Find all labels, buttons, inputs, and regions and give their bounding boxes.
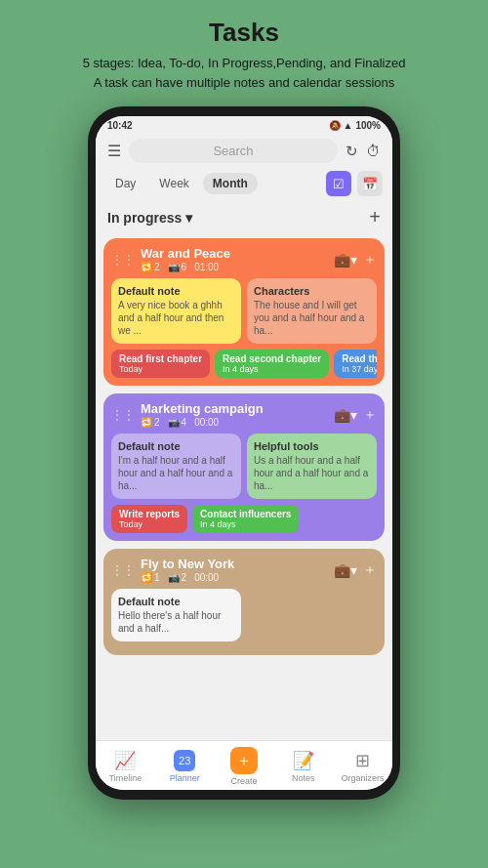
notes-count: 🔁 2 — [141, 417, 160, 428]
task-briefcase-icon[interactable]: 💼▾ — [334, 562, 357, 578]
note-title: Default note — [118, 596, 234, 607]
drag-handle[interactable]: ⋮⋮ — [111, 563, 135, 577]
session-chip-3[interactable]: Read th... In 37 day... — [334, 350, 377, 378]
nav-notes[interactable]: 📝 Notes — [279, 750, 328, 783]
phone-inner: 10:42 🔕 ▲ 100% ☰ Search ↻ ⏱ Day We — [96, 116, 392, 790]
section-add-button[interactable]: + — [369, 206, 381, 228]
page-subtitle: 5 stages: Idea, To-do, In Progress,Pendi… — [83, 54, 406, 92]
task-meta: 🔁 1 📷 2 00:00 — [141, 572, 234, 583]
note-text: I'm a half hour and a half hour and a ha… — [118, 454, 234, 492]
task-title-row: ⋮⋮ Fly to New York 🔁 1 📷 2 00:00 — [111, 557, 234, 583]
checklist-icon[interactable]: ☑ — [326, 171, 351, 196]
drag-handle[interactable]: ⋮⋮ — [111, 408, 135, 422]
session-chip-1[interactable]: Write reports Today — [111, 505, 187, 533]
session-chip-2[interactable]: Contact influencers In 4 days — [192, 505, 299, 533]
page-header: Tasks 5 stages: Idea, To-do, In Progress… — [63, 0, 426, 102]
task-actions: 💼▾ ＋ — [334, 251, 377, 269]
top-bar: ☰ Search ↻ ⏱ — [96, 135, 392, 167]
task-name: Fly to New York — [141, 557, 234, 571]
note-card-characters[interactable]: Characters The house and I will get you … — [247, 278, 377, 344]
session-chip-2[interactable]: Read second chapter In 4 days — [215, 350, 329, 378]
notes-icon: 📝 — [293, 750, 314, 771]
task-briefcase-icon[interactable]: 💼▾ — [334, 407, 357, 423]
note-title: Default note — [118, 285, 234, 297]
task-card-header: ⋮⋮ Fly to New York 🔁 1 📷 2 00:00 💼▾ — [111, 557, 377, 583]
search-placeholder: Search — [213, 144, 253, 158]
note-card-tools[interactable]: Helpful tools Us a half hour and a half … — [247, 434, 377, 499]
refresh-icon[interactable]: ↻ — [346, 143, 358, 160]
organizers-icon: ⊞ — [355, 750, 370, 771]
status-right: 🔕 ▲ 100% — [329, 120, 381, 131]
task-meta: 🔁 2 📷 4 00:00 — [141, 417, 264, 428]
task-card-marketing: ⋮⋮ Marketing campaign 🔁 2 📷 4 00:00 💼▾ — [103, 393, 385, 541]
task-title-row: ⋮⋮ Marketing campaign 🔁 2 📷 4 00:00 — [111, 401, 264, 428]
page-title: Tasks — [83, 18, 406, 48]
nav-label-create: Create — [230, 776, 257, 786]
status-bar: 10:42 🔕 ▲ 100% — [96, 116, 392, 135]
note-card-default[interactable]: Default note A very nice book a ghhh and… — [111, 278, 241, 344]
task-add-icon[interactable]: ＋ — [363, 251, 377, 269]
task-card-header: ⋮⋮ Marketing campaign 🔁 2 📷 4 00:00 💼▾ — [111, 401, 377, 428]
note-card-default[interactable]: Default note I'm a half hour and a half … — [111, 434, 241, 499]
note-card-default[interactable]: Default note Hello there's a half hour a… — [111, 589, 241, 641]
nav-label-organizers: Organizers — [342, 773, 385, 783]
nav-label-timeline: Timeline — [109, 773, 142, 783]
nav-label-notes: Notes — [292, 773, 315, 783]
date-tab-icons: ☑ 📅 — [326, 171, 383, 196]
task-card-fly-new-york: ⋮⋮ Fly to New York 🔁 1 📷 2 00:00 💼▾ — [103, 549, 385, 655]
tab-week[interactable]: Week — [149, 173, 198, 194]
task-time: 00:00 — [194, 572, 219, 583]
note-title: Characters — [254, 285, 370, 297]
note-text: Us a half hour and a half hour and a hal… — [254, 454, 370, 492]
drag-handle[interactable]: ⋮⋮ — [111, 253, 135, 267]
task-title-row: ⋮⋮ War and Peace 🔁 2 📷 6 01:00 — [111, 246, 230, 272]
timeline-icon: 📈 — [114, 750, 136, 771]
task-name: Marketing campaign — [141, 401, 264, 416]
task-card-war-and-peace: ⋮⋮ War and Peace 🔁 2 📷 6 01:00 💼▾ — [103, 238, 385, 386]
task-meta: 🔁 2 📷 6 01:00 — [141, 262, 230, 272]
battery-text: 100% — [355, 120, 381, 131]
notes-grid: Default note A very nice book a ghhh and… — [111, 278, 377, 344]
task-add-icon[interactable]: ＋ — [363, 406, 377, 424]
task-briefcase-icon[interactable]: 💼▾ — [334, 252, 357, 268]
task-actions: 💼▾ ＋ — [334, 406, 377, 424]
task-name: War and Peace — [141, 246, 230, 261]
task-card-header: ⋮⋮ War and Peace 🔁 2 📷 6 01:00 💼▾ — [111, 246, 377, 272]
sessions-count: 📷 4 — [168, 417, 187, 428]
note-text: A very nice book a ghhh and a half hour … — [118, 299, 234, 337]
note-text: Hello there's a half hour and a half... — [118, 609, 234, 635]
notes-count: 🔁 1 — [141, 572, 160, 583]
timer-icon[interactable]: ⏱ — [366, 143, 381, 159]
nav-label-planner: Planner — [170, 773, 200, 783]
phone-frame: 10:42 🔕 ▲ 100% ☰ Search ↻ ⏱ Day We — [88, 106, 400, 800]
sessions-count: 📷 6 — [168, 262, 187, 272]
tab-month[interactable]: Month — [203, 173, 258, 194]
nav-planner[interactable]: 23 Planner — [160, 750, 209, 783]
tasks-scroll: ⋮⋮ War and Peace 🔁 2 📷 6 01:00 💼▾ — [96, 234, 392, 740]
planner-icon: 23 — [174, 750, 195, 771]
top-bar-icons: ↻ ⏱ — [346, 143, 381, 160]
session-chip-1[interactable]: Read first chapter Today — [111, 350, 210, 378]
section-header: In progress ▾ + — [96, 200, 392, 234]
nav-create[interactable]: ＋ Create — [220, 747, 268, 786]
wifi-icon: ▲ — [344, 120, 353, 131]
notes-grid: Default note I'm a half hour and a half … — [111, 434, 377, 499]
task-add-icon[interactable]: ＋ — [363, 561, 377, 579]
section-title[interactable]: In progress ▾ — [107, 210, 192, 226]
sessions-count: 📷 2 — [168, 572, 187, 583]
signal-icon: 🔕 — [329, 120, 341, 131]
notes-count: 🔁 2 — [141, 262, 160, 272]
tab-day[interactable]: Day — [105, 173, 145, 194]
note-title: Helpful tools — [254, 440, 370, 452]
menu-icon[interactable]: ☰ — [107, 142, 121, 160]
date-tabs: Day Week Month ☑ 📅 — [96, 167, 392, 200]
search-box[interactable]: Search — [129, 139, 338, 163]
nav-timeline[interactable]: 📈 Timeline — [101, 750, 149, 783]
nav-organizers[interactable]: ⊞ Organizers — [339, 750, 387, 783]
calendar-view-icon[interactable]: 📅 — [357, 171, 383, 196]
bottom-nav: 📈 Timeline 23 Planner ＋ Create 📝 Notes ⊞… — [96, 740, 392, 790]
task-time: 00:00 — [194, 417, 219, 428]
task-actions: 💼▾ ＋ — [334, 561, 377, 579]
notes-grid: Default note Hello there's a half hour a… — [111, 589, 377, 641]
session-chips: Write reports Today Contact influencers … — [111, 505, 377, 533]
